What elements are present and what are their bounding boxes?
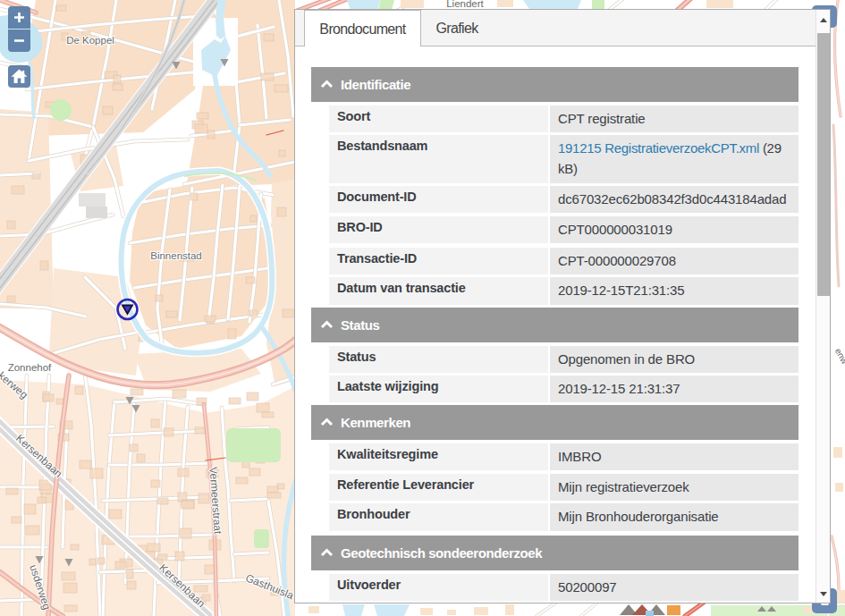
svg-text:Zonnehof: Zonnehof bbox=[8, 362, 52, 373]
svg-text:De Koppel: De Koppel bbox=[66, 35, 114, 46]
svg-text:Binnenstad: Binnenstad bbox=[150, 250, 202, 261]
svg-text:Liendert: Liendert bbox=[446, 0, 484, 9]
